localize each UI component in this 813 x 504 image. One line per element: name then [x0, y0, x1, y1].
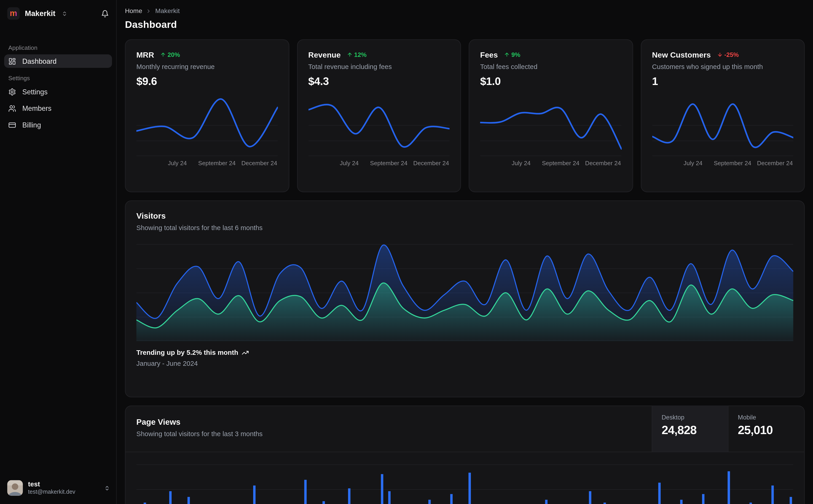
sidebar-item-members[interactable]: Members: [4, 101, 112, 115]
trend-badge: 9%: [504, 51, 520, 58]
stat-card-mrr: MRR 20% Monthly recurring revenue $9.6 J…: [125, 39, 289, 192]
arrow-up-icon: [347, 52, 353, 58]
x-tick: July 24: [511, 160, 530, 166]
chevron-right-icon: [146, 8, 151, 14]
makerkit-logo: m: [7, 7, 20, 20]
page-views-bar-chart[interactable]: [136, 458, 793, 504]
team-name: Makerkit: [25, 9, 55, 18]
breadcrumb-current: Makerkit: [155, 7, 180, 15]
nav-section-application: Application: [4, 40, 112, 54]
team-selector[interactable]: m Makerkit: [0, 0, 116, 25]
tab-mobile[interactable]: Mobile 25,010: [728, 406, 804, 452]
chevrons-up-down-icon: [61, 11, 67, 16]
stats-row: MRR 20% Monthly recurring revenue $9.6 J…: [125, 39, 805, 192]
sidebar: m Makerkit Application Dashboard Setting…: [0, 0, 117, 504]
badge-value: -25%: [724, 51, 739, 58]
visitors-subtitle: Showing total visitors for the last 6 mo…: [136, 224, 793, 231]
user-email: test@makerkit.dev: [28, 489, 75, 496]
x-tick: December 24: [413, 160, 449, 166]
arrow-up-icon: [160, 52, 166, 58]
x-axis-ticks: July 24 September 24 December 24: [308, 160, 450, 168]
x-tick: July 24: [168, 160, 187, 166]
stat-value: $9.6: [136, 75, 278, 88]
stat-title: Revenue: [308, 50, 341, 59]
tab-desktop[interactable]: Desktop 24,828: [652, 406, 728, 452]
page-views-subtitle: Showing total visitors for the last 3 mo…: [136, 430, 652, 438]
trending-up-icon: [242, 349, 249, 356]
trend-badge: 12%: [347, 51, 367, 58]
arrow-up-icon: [504, 52, 510, 58]
page-views-tabs: Desktop 24,828 Mobile 25,010: [652, 406, 804, 452]
chevrons-up-down-icon: [104, 485, 110, 491]
stat-title: MRR: [136, 50, 154, 59]
main-content: Home Makerkit Dashboard MRR 20% Monthly …: [117, 0, 813, 504]
visitors-area-chart[interactable]: [136, 240, 793, 341]
x-tick: September 24: [714, 160, 751, 166]
visitors-footer: Trending up by 5.2% this month January -…: [125, 341, 804, 367]
x-tick: September 24: [370, 160, 408, 166]
sidebar-item-settings[interactable]: Settings: [4, 85, 112, 98]
tab-value: 25,010: [738, 423, 804, 437]
visitors-title: Visitors: [136, 211, 793, 221]
breadcrumb-home-link[interactable]: Home: [125, 7, 142, 15]
stat-value: $4.3: [308, 75, 450, 88]
sidebar-item-label: Settings: [22, 88, 48, 95]
stat-value: 1: [652, 75, 793, 88]
badge-value: 12%: [354, 51, 367, 58]
badge-value: 20%: [167, 51, 180, 58]
visitors-period: January - June 2024: [136, 359, 793, 367]
x-tick: December 24: [585, 160, 621, 166]
sidebar-item-label: Billing: [22, 121, 41, 129]
user-name: test: [28, 480, 75, 489]
stat-card-revenue: Revenue 12% Total revenue including fees…: [297, 39, 461, 192]
sidebar-item-label: Dashboard: [22, 57, 56, 65]
visitors-trend-text: Trending up by 5.2% this month: [136, 349, 238, 356]
new-customers-line-chart[interactable]: [652, 94, 793, 157]
page-title: Dashboard: [125, 19, 805, 31]
gear-icon: [8, 88, 16, 95]
x-tick: September 24: [542, 160, 579, 166]
users-icon: [8, 104, 16, 112]
x-tick: December 24: [757, 160, 793, 166]
nav-section-settings: Settings: [4, 71, 112, 85]
logo-letter: m: [10, 9, 17, 18]
x-tick: July 24: [340, 160, 359, 166]
sidebar-item-billing[interactable]: Billing: [4, 118, 112, 132]
user-menu[interactable]: test test@makerkit.dev: [0, 474, 116, 504]
x-tick: September 24: [198, 160, 236, 166]
badge-value: 9%: [511, 51, 520, 58]
trend-badge: 20%: [160, 51, 180, 58]
tab-label: Desktop: [662, 414, 728, 421]
tab-value: 24,828: [662, 423, 728, 437]
stat-title: Fees: [480, 50, 498, 59]
page-views-header: Page Views Showing total visitors for th…: [125, 406, 804, 452]
sidebar-nav: Application Dashboard Settings Settings …: [0, 25, 116, 135]
stat-title: New Customers: [652, 50, 711, 59]
page-views-card: Page Views Showing total visitors for th…: [125, 406, 805, 504]
sidebar-item-dashboard[interactable]: Dashboard: [4, 54, 112, 68]
stat-subtitle: Total fees collected: [480, 63, 622, 70]
stat-card-fees: Fees 9% Total fees collected $1.0 July 2…: [469, 39, 633, 192]
user-meta: test test@makerkit.dev: [28, 480, 75, 496]
tab-label: Mobile: [738, 414, 804, 421]
x-axis-ticks: July 24 September 24 December 24: [480, 160, 622, 168]
x-tick: July 24: [684, 160, 703, 166]
page-views-title: Page Views: [136, 417, 652, 427]
avatar: [7, 480, 23, 496]
visitors-card: Visitors Showing total visitors for the …: [125, 200, 805, 397]
sidebar-item-label: Members: [22, 104, 51, 112]
x-axis-ticks: July 24 September 24 December 24: [652, 160, 793, 168]
trend-badge: -25%: [717, 51, 739, 58]
app-root: m Makerkit Application Dashboard Setting…: [0, 0, 813, 504]
stat-subtitle: Monthly recurring revenue: [136, 63, 278, 70]
stat-card-new-customers: New Customers -25% Customers who signed …: [641, 39, 805, 192]
stat-subtitle: Customers who signed up this month: [652, 63, 793, 70]
fees-line-chart[interactable]: [480, 94, 622, 157]
mrr-line-chart[interactable]: [136, 94, 278, 157]
x-axis-ticks: July 24 September 24 December 24: [136, 160, 278, 168]
layout-dashboard-icon: [8, 57, 16, 65]
revenue-line-chart[interactable]: [308, 94, 450, 157]
bell-icon[interactable]: [101, 10, 109, 17]
stat-value: $1.0: [480, 75, 622, 88]
x-tick: December 24: [241, 160, 277, 166]
